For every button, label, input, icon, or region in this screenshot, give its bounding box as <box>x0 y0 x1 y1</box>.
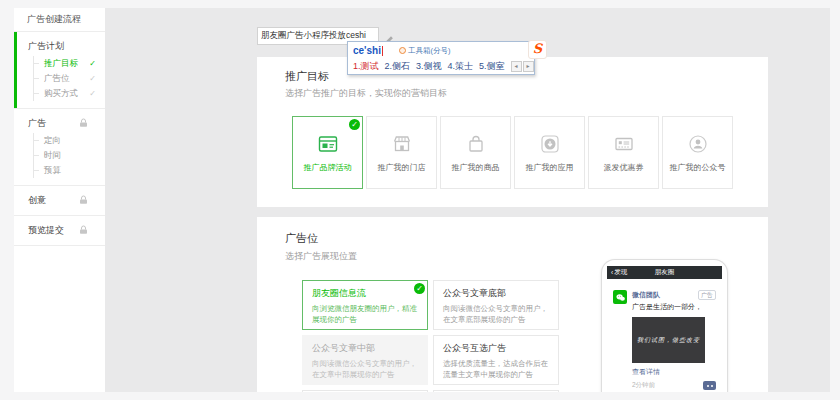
sidebar-item-buy-method[interactable]: 购买方式 ✓ <box>34 86 105 101</box>
sidebar-item-placement[interactable]: 广告位 ✓ <box>34 71 105 86</box>
goal-card-product[interactable]: 推广我的商品 <box>440 116 511 189</box>
preview-ad-image: 我们试图，做些改变 <box>632 317 705 363</box>
shopping-bag-icon <box>464 132 488 156</box>
sogou-logo-icon[interactable]: S <box>528 40 547 59</box>
goal-card-official-account[interactable]: 推广我的公众号 <box>662 116 733 189</box>
wechat-logo-icon <box>615 292 626 303</box>
preview-back-button: ‹ 发现 <box>611 268 627 277</box>
lock-icon <box>79 118 88 128</box>
coupon-icon <box>612 132 636 156</box>
toolbox-icon <box>399 47 406 54</box>
steps-sidebar: 广告创建流程 广告计划 推广目标 ✓ 广告位 ✓ 购买方式 ✓ 广告 <box>14 8 105 392</box>
preview-post-text: 广告是生活的一部分， <box>632 302 716 312</box>
sidebar-item-budget[interactable]: 预算 <box>34 163 105 178</box>
lock-icon <box>79 225 88 235</box>
brand-activity-icon <box>316 132 340 156</box>
preview-ad-image-caption: 我们试图，做些改变 <box>637 336 700 345</box>
sidebar-item-time[interactable]: 时间 <box>34 148 105 163</box>
lock-icon <box>79 195 88 205</box>
check-icon: ✓ <box>89 89 96 98</box>
preview-nav-bar: 朋友圈 ‹ 发现 <box>607 266 722 279</box>
ad-placement-panel: 广告位 选择广告展现位置 ✓ 朋友圈信息流 向浏览微信朋友圈的用户，精准展现你的… <box>257 217 768 392</box>
preview-ad-post: 广告 微信团队 广告是生活的一部分， 我们试图，做些改变 查看详情 2分钟前 <box>607 279 722 392</box>
sidebar-item-creative[interactable]: 创意 <box>14 192 105 208</box>
preview-detail-link: 查看详情 <box>632 367 716 377</box>
app-download-icon <box>538 132 562 156</box>
goal-card-app[interactable]: 推广我的应用 <box>514 116 585 189</box>
sidebar-item-targeting[interactable]: 定向 <box>34 133 105 148</box>
sidebar-item-ad[interactable]: 广告 <box>14 115 105 131</box>
ad-label-badge: 广告 <box>698 290 716 300</box>
goal-section-subtitle: 选择广告推广的目标，实现你的营销目标 <box>285 87 447 100</box>
ime-candidate-1[interactable]: 1.测试 <box>353 60 379 73</box>
ime-candidate-2[interactable]: 2.侧石 <box>385 60 411 73</box>
moments-preview-phone: 朋友圈 ‹ 发现 广告 微信团队 广告 <box>601 259 728 392</box>
preview-timestamp: 2分钟前 <box>632 381 655 390</box>
sidebar-item-preview-submit[interactable]: 预览提交 <box>14 222 105 238</box>
sidebar-section-creative: 创意 <box>14 186 105 216</box>
placement-option-cutoff <box>302 390 428 392</box>
ime-caret <box>382 46 383 56</box>
ime-page-prev-icon[interactable]: ◂ <box>511 61 522 72</box>
placement-option-article-middle: 公众号文章中部 向阅读微信公众号文章的用户，在文章中部展现你的广告 <box>302 335 428 385</box>
wechat-team-avatar <box>613 290 627 304</box>
sidebar-item-goal[interactable]: 推广目标 ✓ <box>34 56 105 71</box>
placement-option-article-bottom[interactable]: 公众号文章底部 向阅读微信公众号文章的用户，在文章底部展现你的广告 <box>433 280 559 330</box>
comment-dots-icon <box>703 381 716 390</box>
ime-composition-text: ce'shi <box>353 45 381 56</box>
goal-card-store[interactable]: 推广我的门店 <box>366 116 437 189</box>
sidebar-item-plan[interactable]: 广告计划 <box>14 38 105 54</box>
back-chevron-icon: ‹ <box>611 269 613 276</box>
sidebar-section-submit: 预览提交 <box>14 216 105 246</box>
ime-page-next-icon[interactable]: ▸ <box>523 61 534 72</box>
goal-section-title: 推广目标 <box>285 69 329 84</box>
ime-toolbox-button[interactable]: 工具箱(分号) <box>399 46 451 56</box>
placement-section-title: 广告位 <box>285 231 318 246</box>
ime-candidate-3[interactable]: 3.侧视 <box>416 60 442 73</box>
ime-candidate-5[interactable]: 5.侧室 <box>479 60 505 73</box>
goal-card-brand-activity[interactable]: ✓ 推广品牌活动 <box>292 116 363 189</box>
placement-option-moments-feed[interactable]: ✓ 朋友圈信息流 向浏览微信朋友圈的用户，精准展现你的广告 <box>302 280 428 330</box>
sidebar-section-ad: 广告 定向 时间 预算 <box>14 109 105 186</box>
ime-candidate-4[interactable]: 4.策士 <box>448 60 474 73</box>
promotion-goal-panel: 推广目标 选择广告推广的目标，实现你的营销目标 ✓ 推广品牌活动 <box>257 57 768 207</box>
placement-option-mutual-select[interactable]: 公众号互选广告 选择优质流量主，达成合作后在流量主文章中展现你的广告 <box>433 335 559 385</box>
placement-section-subtitle: 选择广告展现位置 <box>285 250 357 263</box>
selected-check-badge-icon: ✓ <box>349 119 360 130</box>
sidebar-section-plan: 广告计划 推广目标 ✓ 广告位 ✓ 购买方式 ✓ <box>14 32 105 109</box>
placement-option-cutoff <box>433 390 559 392</box>
check-icon: ✓ <box>89 74 96 83</box>
official-account-icon <box>686 132 710 156</box>
sidebar-header: 广告创建流程 <box>14 8 105 32</box>
goal-card-coupon[interactable]: 派发优惠券 <box>588 116 659 189</box>
check-icon: ✓ <box>89 59 96 68</box>
store-icon <box>390 132 414 156</box>
ime-popup: ce'shi 工具箱(分号) 1.测试 2.侧石 3.侧视 4.策士 5.侧室 … <box>347 41 535 75</box>
selected-check-badge-icon: ✓ <box>414 283 425 294</box>
